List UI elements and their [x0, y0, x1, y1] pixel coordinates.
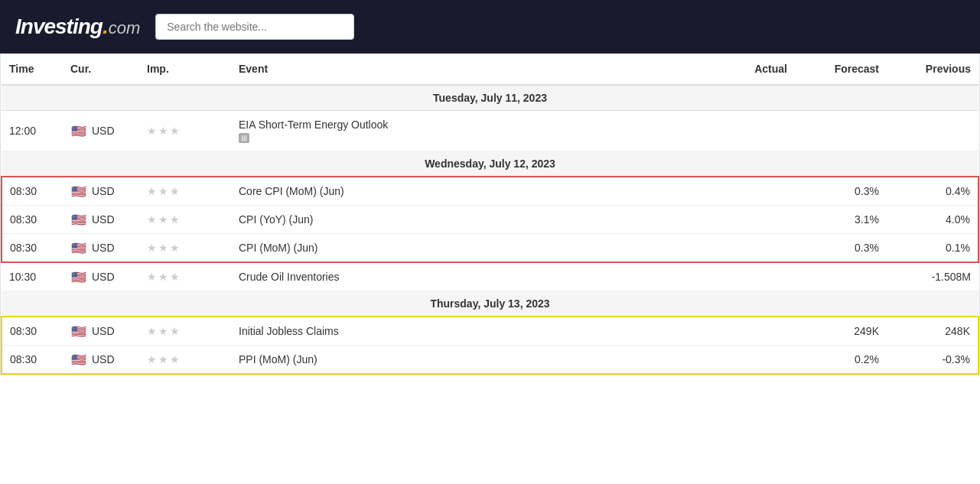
search-input[interactable] — [155, 14, 354, 40]
importance-star: ★ — [158, 125, 168, 137]
importance-star: ★ — [158, 353, 168, 365]
event-importance: ★★★ — [139, 346, 231, 375]
currency-code: USD — [92, 325, 115, 337]
event-document-icon[interactable]: ⊞ — [239, 133, 249, 143]
date-label: Tuesday, July 11, 2023 — [2, 85, 978, 111]
importance-star: ★ — [170, 242, 180, 254]
event-importance: ★★★ — [139, 206, 231, 234]
event-previous: -0.3% — [887, 346, 978, 375]
date-label: Thursday, July 13, 2023 — [2, 291, 978, 317]
event-forecast: 249K — [795, 317, 887, 346]
importance-star: ★ — [147, 213, 157, 226]
event-currency: 🇺🇸USD — [63, 111, 139, 151]
logo-com: com — [109, 18, 141, 38]
importance-star: ★ — [158, 185, 168, 197]
currency-code: USD — [92, 213, 115, 226]
event-currency: 🇺🇸USD — [63, 346, 139, 375]
currency-code: USD — [92, 242, 115, 254]
event-importance: ★★★ — [139, 177, 231, 206]
event-name[interactable]: Crude Oil Inventories — [231, 262, 718, 291]
event-forecast — [795, 262, 887, 291]
event-name[interactable]: EIA Short-Term Energy Outlook⊞ — [231, 111, 718, 151]
col-header-time: Time — [2, 54, 63, 85]
importance-star: ★ — [147, 271, 157, 283]
table-row[interactable]: 08:30🇺🇸USD★★★PPI (MoM) (Jun)0.2%-0.3% — [2, 346, 978, 375]
col-header-actual: Actual — [718, 54, 795, 85]
table-row[interactable]: 08:30🇺🇸USD★★★Core CPI (MoM) (Jun)0.3%0.4… — [2, 177, 978, 206]
importance-star: ★ — [147, 125, 157, 137]
currency-flag: 🇺🇸 — [70, 353, 87, 365]
event-name[interactable]: Initial Jobless Claims — [231, 317, 718, 346]
event-name[interactable]: CPI (MoM) (Jun) — [231, 234, 718, 263]
event-title: Initial Jobless Claims — [239, 325, 711, 337]
col-header-imp: Imp. — [139, 54, 231, 85]
date-header-row: Wednesday, July 12, 2023 — [2, 151, 978, 177]
event-previous: 0.4% — [887, 177, 978, 206]
table-row[interactable]: 08:30🇺🇸USD★★★CPI (YoY) (Jun)3.1%4.0% — [2, 206, 978, 234]
currency-flag: 🇺🇸 — [70, 242, 87, 254]
economic-calendar-table: Time Cur. Imp. Event Actual Forecast Pre… — [0, 54, 980, 375]
event-currency: 🇺🇸USD — [63, 234, 139, 263]
event-actual — [718, 111, 795, 151]
event-forecast: 0.2% — [795, 346, 887, 375]
currency-code: USD — [92, 125, 115, 137]
table-row[interactable]: 10:30🇺🇸USD★★★Crude Oil Inventories-1.508… — [2, 262, 978, 291]
event-title: CPI (MoM) (Jun) — [239, 242, 711, 254]
currency-code: USD — [92, 353, 115, 365]
event-previous: 4.0% — [887, 206, 978, 234]
importance-star: ★ — [158, 242, 168, 254]
event-title: Core CPI (MoM) (Jun) — [239, 185, 711, 197]
currency-flag: 🇺🇸 — [70, 325, 87, 337]
event-currency: 🇺🇸USD — [63, 262, 139, 291]
event-name[interactable]: CPI (YoY) (Jun) — [231, 206, 718, 234]
date-header-row: Tuesday, July 11, 2023 — [2, 85, 978, 111]
event-previous: 0.1% — [887, 234, 978, 263]
importance-star: ★ — [158, 325, 168, 337]
importance-star: ★ — [147, 185, 157, 197]
logo: Investing.com — [15, 15, 140, 39]
col-header-event: Event — [231, 54, 718, 85]
event-name[interactable]: Core CPI (MoM) (Jun) — [231, 177, 718, 206]
col-header-previous: Previous — [887, 54, 978, 85]
table-row[interactable]: 08:30🇺🇸USD★★★CPI (MoM) (Jun)0.3%0.1% — [2, 234, 978, 263]
importance-star: ★ — [147, 325, 157, 337]
logo-investing: Investing — [15, 15, 103, 39]
date-header-row: Thursday, July 13, 2023 — [2, 291, 978, 317]
event-time: 08:30 — [2, 206, 63, 234]
event-time: 10:30 — [2, 262, 63, 291]
importance-star: ★ — [170, 213, 180, 226]
event-forecast — [795, 111, 887, 151]
event-time: 08:30 — [2, 317, 63, 346]
importance-star: ★ — [170, 325, 180, 337]
event-importance: ★★★ — [139, 111, 231, 151]
importance-star: ★ — [147, 242, 157, 254]
event-importance: ★★★ — [139, 317, 231, 346]
event-currency: 🇺🇸USD — [63, 317, 139, 346]
logo-dot: . — [103, 15, 109, 39]
currency-flag: 🇺🇸 — [70, 271, 87, 283]
event-forecast: 0.3% — [795, 234, 887, 263]
importance-star: ★ — [158, 271, 168, 283]
event-previous — [887, 111, 978, 151]
table-row[interactable]: 12:00🇺🇸USD★★★EIA Short-Term Energy Outlo… — [2, 111, 978, 151]
table-header-row: Time Cur. Imp. Event Actual Forecast Pre… — [2, 54, 978, 85]
importance-star: ★ — [147, 353, 157, 365]
currency-flag: 🇺🇸 — [70, 125, 87, 137]
event-name[interactable]: PPI (MoM) (Jun) — [231, 346, 718, 375]
event-previous: -1.508M — [887, 262, 978, 291]
event-importance: ★★★ — [139, 234, 231, 263]
event-time: 12:00 — [2, 111, 63, 151]
table-row[interactable]: 08:30🇺🇸USD★★★Initial Jobless Claims249K2… — [2, 317, 978, 346]
currency-code: USD — [92, 271, 115, 283]
importance-star: ★ — [170, 185, 180, 197]
event-forecast: 3.1% — [795, 206, 887, 234]
event-title: CPI (YoY) (Jun) — [239, 213, 711, 226]
currency-code: USD — [92, 185, 115, 197]
event-title: Crude Oil Inventories — [239, 271, 711, 283]
currency-flag: 🇺🇸 — [70, 213, 87, 226]
event-title: PPI (MoM) (Jun) — [239, 353, 711, 365]
importance-star: ★ — [170, 125, 180, 137]
event-actual — [718, 346, 795, 375]
event-forecast: 0.3% — [795, 177, 887, 206]
event-actual — [718, 206, 795, 234]
